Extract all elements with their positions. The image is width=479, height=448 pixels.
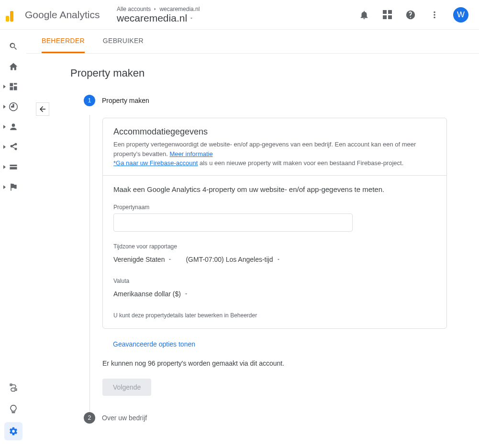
- apps-icon[interactable]: [383, 10, 392, 19]
- card-heading: Accommodatiegegevens: [113, 127, 436, 137]
- sidebar: [0, 30, 26, 448]
- sidebar-realtime[interactable]: [4, 98, 22, 116]
- header-actions: W: [359, 7, 471, 22]
- chevron-down-icon: [167, 257, 172, 262]
- tz-country-value: Verenigde Staten: [113, 256, 165, 263]
- avatar-letter: W: [457, 10, 465, 20]
- share-icon: [9, 142, 18, 152]
- chevron-down-icon: [189, 16, 194, 21]
- step-1-label: Property maken: [102, 97, 149, 104]
- account-switcher[interactable]: Alle accounts wecaremedia.nl wecaremedia…: [117, 6, 359, 24]
- step-2-label: Over uw bedrijf: [102, 414, 147, 422]
- chevron-down-icon: [184, 291, 189, 296]
- firebase-link[interactable]: *Ga naar uw Firebase-account: [113, 159, 198, 167]
- chevron-right-icon: [153, 7, 157, 11]
- step-1-header: 1 Property maken: [84, 95, 479, 106]
- chevron-down-icon: [276, 257, 281, 262]
- timezone-offset-dropdown[interactable]: (GMT-07:00) Los Angeles-tijd: [186, 253, 280, 266]
- home-icon: [9, 62, 18, 71]
- avatar[interactable]: W: [453, 7, 468, 22]
- currency-dropdown[interactable]: Amerikaanse dollar ($): [113, 287, 436, 301]
- sidebar-home[interactable]: [4, 57, 22, 76]
- path-icon: [9, 382, 18, 392]
- caret-icon: [3, 185, 6, 189]
- card-body: Maak een Google Analytics 4-property om …: [103, 176, 446, 328]
- step-1-body: Accommodatiegegevens Een property verteg…: [89, 115, 479, 412]
- quota-message: Er kunnen nog 96 property's worden gemaa…: [102, 359, 479, 367]
- logo-area: Google Analytics: [6, 8, 117, 22]
- timezone-country-dropdown[interactable]: Verenigde Staten: [113, 253, 172, 266]
- bell-icon[interactable]: [359, 10, 369, 20]
- next-button[interactable]: Volgende: [102, 379, 151, 396]
- property-card: Accommodatiegegevens Een property verteg…: [102, 118, 447, 329]
- sidebar-flag[interactable]: [4, 178, 22, 196]
- sidebar-attribution[interactable]: [4, 378, 22, 396]
- main: BEHEERDER GEBRUIKER Property maken 1 Pro…: [26, 30, 479, 448]
- bulb-icon: [9, 404, 18, 414]
- more-vert-icon[interactable]: [429, 10, 440, 20]
- dashboard-icon: [9, 82, 18, 91]
- breadcrumb-root: Alle accounts: [117, 6, 151, 12]
- flag-icon: [9, 182, 18, 192]
- advanced-options-toggle[interactable]: Geavanceerde opties tonen: [113, 340, 479, 348]
- arrow-left-icon: [38, 105, 47, 113]
- more-info-link[interactable]: Meer informatie: [169, 150, 212, 157]
- sidebar-search[interactable]: [4, 37, 22, 56]
- breadcrumb-site: wecaremedia.nl: [159, 6, 200, 12]
- clock-icon: [9, 102, 18, 112]
- card-description: Een property vertegenwoordigt de website…: [113, 140, 436, 158]
- breadcrumb: Alle accounts wecaremedia.nl: [117, 6, 359, 12]
- caret-icon: [3, 105, 6, 109]
- sidebar-discover[interactable]: [4, 400, 22, 418]
- currency-label: Valuta: [113, 278, 436, 284]
- caret-icon: [3, 125, 6, 129]
- caret-icon: [3, 145, 6, 149]
- timezone-label: Tijdzone voor rapportage: [113, 243, 436, 250]
- sidebar-admin[interactable]: [4, 422, 22, 440]
- account-name-row: wecaremedia.nl: [117, 12, 359, 24]
- firebase-tail: als u een nieuwe property wilt maken voo…: [198, 159, 403, 167]
- product-name: Google Analytics: [25, 9, 100, 21]
- card-icon: [9, 162, 18, 172]
- property-name-input[interactable]: [113, 213, 353, 232]
- account-name: wecaremedia.nl: [117, 12, 187, 24]
- help-icon[interactable]: [405, 10, 416, 20]
- person-icon: [9, 122, 18, 132]
- sidebar-audience[interactable]: [4, 118, 22, 136]
- firebase-row: *Ga naar uw Firebase-account als u een n…: [113, 159, 436, 167]
- page-title: Property maken: [70, 67, 479, 79]
- tz-offset-value: (GMT-07:00) Los Angeles-tijd: [186, 256, 273, 263]
- currency-row: Valuta Amerikaanse dollar ($): [113, 278, 436, 301]
- header: Google Analytics Alle accounts wecaremed…: [0, 0, 479, 30]
- edit-later-note: U kunt deze propertydetails later bewerk…: [113, 312, 436, 319]
- tab-admin[interactable]: BEHEERDER: [42, 30, 85, 53]
- sidebar-conversions[interactable]: [4, 158, 22, 176]
- sidebar-acquisition[interactable]: [4, 138, 22, 156]
- tabs: BEHEERDER GEBRUIKER: [26, 30, 479, 54]
- property-name-label: Propertynaam: [113, 204, 436, 211]
- step-2-header: 2 Over uw bedrijf: [84, 412, 479, 424]
- gear-icon: [9, 426, 18, 436]
- card-head: Accommodatiegegevens Een property verteg…: [103, 118, 446, 176]
- sidebar-dashboards[interactable]: [4, 78, 22, 96]
- collapse-panel-button[interactable]: [36, 102, 49, 116]
- content: Property maken 1 Property maken Accommod…: [26, 54, 479, 424]
- currency-value: Amerikaanse dollar ($): [113, 290, 181, 298]
- caret-icon: [3, 165, 6, 169]
- property-name-row: Propertynaam: [113, 204, 436, 232]
- stepper: 1 Property maken Accommodatiegegevens Ee…: [84, 95, 479, 424]
- caret-icon: [3, 85, 6, 89]
- step-2-circle: 2: [84, 412, 95, 424]
- ga-logo-icon: [6, 8, 19, 22]
- tab-user[interactable]: GEBRUIKER: [103, 30, 144, 53]
- card-desc-text: Een property vertegenwoordigt de website…: [113, 141, 416, 157]
- timezone-row: Tijdzone voor rapportage Verenigde State…: [113, 243, 436, 266]
- search-icon: [9, 42, 18, 51]
- ga4-message: Maak een Google Analytics 4-property om …: [113, 185, 436, 193]
- step-1-circle: 1: [84, 95, 95, 106]
